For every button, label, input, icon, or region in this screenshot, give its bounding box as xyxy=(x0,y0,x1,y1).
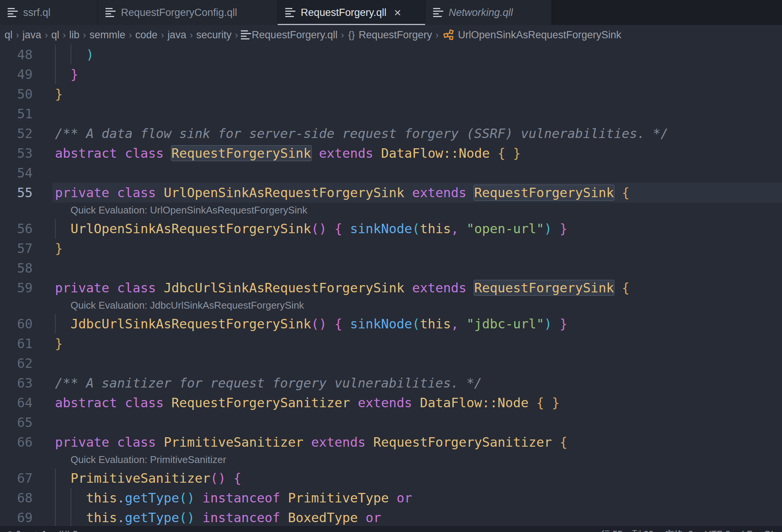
code-editor[interactable]: 48 )49 }50}5152/** A data flow sink for … xyxy=(0,45,782,532)
line-number[interactable]: 59 xyxy=(0,278,33,298)
line-number[interactable]: 52 xyxy=(0,124,33,143)
breadcrumb-segment-lib-3[interactable]: lib xyxy=(69,29,80,41)
status-warning-item[interactable]: △1 xyxy=(32,529,47,532)
line-number[interactable]: 62 xyxy=(0,353,33,373)
code-token xyxy=(117,395,125,410)
breadcrumb-segment-security-7[interactable]: security xyxy=(195,29,232,41)
code-line-54[interactable]: 54 xyxy=(0,163,782,183)
code-token: this xyxy=(86,490,117,505)
code-token: . xyxy=(117,510,125,525)
code-line-56[interactable]: 56 UrlOpenSinkAsRequestForgerySink() { s… xyxy=(0,219,782,239)
code-token: } xyxy=(560,316,567,331)
codelens-quick-evaluation[interactable]: Quick Evaluation: PrimitiveSanitizer xyxy=(0,452,782,468)
line-number[interactable]: 67 xyxy=(0,468,33,488)
status-error-item[interactable]: ⊘0 xyxy=(6,529,21,532)
line-number[interactable]: 51 xyxy=(0,104,33,124)
code-token xyxy=(280,490,288,505)
status-right-item-0[interactable]: 行 55，列 60 xyxy=(601,528,654,532)
code-line-67[interactable]: 67 PrimitiveSanitizer() { xyxy=(0,468,782,488)
close-icon[interactable]: × xyxy=(394,6,401,19)
code-line-66[interactable]: 66private class PrimitiveSanitizer exten… xyxy=(0,432,782,452)
code-line-62[interactable]: 62 xyxy=(0,353,782,373)
code-line-content: } xyxy=(33,334,63,353)
breadcrumb-segment-code-5[interactable]: code xyxy=(135,29,159,41)
line-number[interactable]: 66 xyxy=(0,432,33,452)
code-token xyxy=(404,185,412,200)
code-line-59[interactable]: 59private class JdbcUrlSinkAsRequestForg… xyxy=(0,278,782,298)
code-token xyxy=(614,280,622,295)
line-number[interactable]: 56 xyxy=(0,219,33,239)
code-line-69[interactable]: 69 this.getType() instanceof BoxedType o… xyxy=(0,508,782,527)
code-line-52[interactable]: 52/** A data flow sink for server-side r… xyxy=(0,124,782,143)
line-number[interactable]: 68 xyxy=(0,488,33,508)
line-number[interactable]: 57 xyxy=(0,239,33,258)
code-token: . xyxy=(117,490,125,505)
code-line-65[interactable]: 65 xyxy=(0,413,782,432)
code-line-63[interactable]: 63/** A sanitizer for request forgery vu… xyxy=(0,373,782,393)
status-right-item-1[interactable]: 空格: 2 xyxy=(665,528,693,532)
code-line-58[interactable]: 58 xyxy=(0,258,782,278)
code-line-61[interactable]: 61} xyxy=(0,334,782,353)
code-token xyxy=(156,435,163,450)
breadcrumb-segment-java-1[interactable]: java xyxy=(22,29,42,41)
status-right-item-2[interactable]: UTF-8 xyxy=(705,529,730,532)
line-number[interactable]: 63 xyxy=(0,373,33,393)
code-token: { xyxy=(622,280,629,295)
line-number[interactable]: 54 xyxy=(0,163,33,183)
line-number[interactable]: 64 xyxy=(0,393,33,413)
breadcrumb-module[interactable]: RequestForgery xyxy=(358,29,433,41)
line-number[interactable]: 50 xyxy=(0,84,33,104)
codelens-quick-evaluation[interactable]: Quick Evaluation: UrlOpenSinkAsRequestFo… xyxy=(0,202,782,219)
class-symbol-icon xyxy=(443,29,454,41)
code-line-content: UrlOpenSinkAsRequestForgerySink() { sink… xyxy=(33,219,567,239)
line-number[interactable]: 55 xyxy=(0,183,33,202)
status-right-item-4[interactable]: QL xyxy=(764,529,776,532)
line-number[interactable]: 61 xyxy=(0,334,33,353)
breadcrumb-file[interactable]: RequestForgery.qll xyxy=(251,29,338,41)
code-line-content: } xyxy=(33,64,78,84)
codelens-quick-evaluation[interactable]: Quick Evaluation: JdbcUrlSinkAsRequestFo… xyxy=(0,298,782,314)
file-icon xyxy=(241,30,251,40)
code-token: /** A sanitizer for request forgery vuln… xyxy=(55,375,482,391)
line-number[interactable]: 60 xyxy=(0,314,33,334)
line-number[interactable]: 58 xyxy=(0,258,33,278)
code-line-64[interactable]: 64abstract class RequestForgerySanitizer… xyxy=(0,393,782,413)
breadcrumb-segment-ql-0[interactable]: ql xyxy=(4,29,13,41)
breadcrumb-segment-java-6[interactable]: java xyxy=(167,29,187,41)
code-line-68[interactable]: 68 this.getType() instanceof PrimitiveTy… xyxy=(0,488,782,508)
broadcast-icon: ((•)) xyxy=(58,529,69,532)
code-line-51[interactable]: 51 xyxy=(0,104,782,124)
file-icon xyxy=(433,8,443,18)
code-line-57[interactable]: 57} xyxy=(0,239,782,258)
code-line-49[interactable]: 49 } xyxy=(0,64,782,84)
status-right-item-3[interactable]: LF xyxy=(742,529,752,532)
tab-ssrf.ql[interactable]: ssrf.ql xyxy=(0,0,98,25)
tab-bar-filler xyxy=(552,0,782,25)
code-line-50[interactable]: 50} xyxy=(0,84,782,104)
code-line-content: JdbcUrlSinkAsRequestForgerySink() { sink… xyxy=(33,314,567,334)
code-token: () xyxy=(179,490,195,505)
code-token: , xyxy=(451,316,459,331)
breadcrumb-symbol[interactable]: UrlOpenSinkAsRequestForgerySink xyxy=(457,29,622,41)
tab-RequestForgeryConfig.qll[interactable]: RequestForgeryConfig.qll xyxy=(98,0,278,25)
code-line-53[interactable]: 53abstract class RequestForgerySink exte… xyxy=(0,143,782,163)
code-token: () xyxy=(311,316,327,331)
code-line-60[interactable]: 60 JdbcUrlSinkAsRequestForgerySink() { s… xyxy=(0,314,782,334)
code-token xyxy=(109,435,117,450)
line-number[interactable]: 69 xyxy=(0,508,33,527)
code-line-55[interactable]: 55private class UrlOpenSinkAsRequestForg… xyxy=(0,183,782,202)
breadcrumb-segment-semmle-4[interactable]: semmle xyxy=(89,29,126,41)
tab-RequestForgery.qll[interactable]: RequestForgery.qll× xyxy=(278,0,426,25)
chevron-right-icon: › xyxy=(187,30,195,41)
warning-icon: △ xyxy=(32,529,38,532)
tab-Networking.qll[interactable]: Networking.qll xyxy=(426,0,552,25)
code-token: ) xyxy=(544,316,552,331)
line-number[interactable]: 49 xyxy=(0,64,33,84)
breadcrumb-segment-ql-2[interactable]: ql xyxy=(50,29,60,41)
code-line-48[interactable]: 48 ) xyxy=(0,45,782,64)
line-number[interactable]: 48 xyxy=(0,45,33,64)
line-number[interactable]: 53 xyxy=(0,143,33,163)
code-token: } xyxy=(513,146,521,161)
line-number[interactable]: 65 xyxy=(0,413,33,432)
status-broadcast-item[interactable]: ((•))3 xyxy=(58,529,78,532)
